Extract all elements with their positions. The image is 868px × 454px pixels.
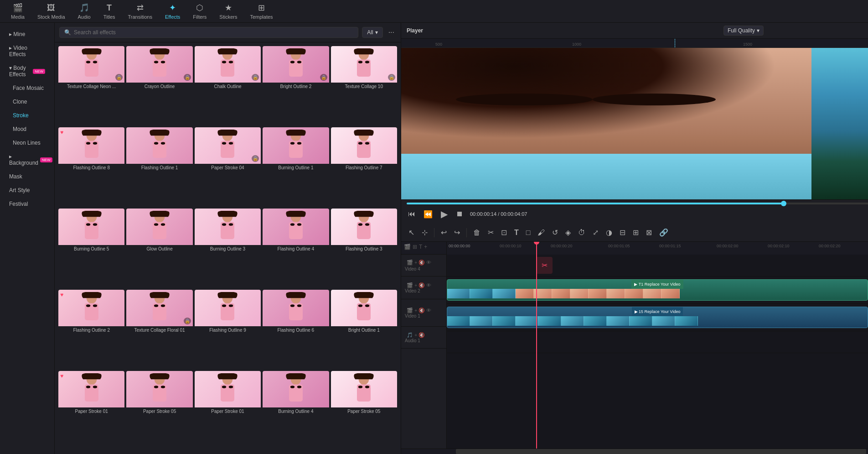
effect-item-9[interactable]: Flashing Outline 7: [331, 127, 397, 207]
text-tool[interactable]: T: [512, 227, 522, 239]
sidebar-item-mine[interactable]: ▸ Mine: [2, 28, 52, 41]
effect-item-7[interactable]: 🔒 Paper Stroke 04: [195, 127, 261, 207]
audio1-label: Audio 1: [405, 338, 420, 343]
video2-clip[interactable]: ▶ T1 Replace Your Video: [447, 279, 868, 301]
add-video-icon[interactable]: 🎬: [404, 244, 411, 250]
effect-name: Crayon Outline: [126, 83, 192, 90]
nav-effects[interactable]: ✦ Effects: [159, 1, 186, 21]
video2-eye-icon[interactable]: 👁: [426, 282, 431, 288]
video1-audio-icon[interactable]: 🔇: [418, 308, 425, 313]
effect-item-22[interactable]: Paper Stroke 01: [195, 371, 261, 450]
video4-audio-icon[interactable]: 🔇: [418, 260, 425, 266]
redo-button[interactable]: ↪: [451, 226, 463, 239]
rotate-tool[interactable]: ↺: [549, 226, 561, 239]
effect-item-13[interactable]: Flashing Outline 4: [263, 209, 329, 288]
search-input[interactable]: [74, 29, 353, 36]
more-options-button[interactable]: ···: [387, 26, 396, 38]
effect-item-3[interactable]: 🔒 Bright Outline 2: [263, 46, 329, 125]
timeline-scroll[interactable]: 00:00:00:00 00:00:00:10 00:00:00:20 00:0…: [447, 242, 868, 449]
speed-tool[interactable]: ⏱: [575, 227, 588, 239]
nav-filters[interactable]: ⬡ Filters: [186, 1, 213, 21]
effect-item-1[interactable]: 🔒 Crayon Outline: [126, 46, 192, 125]
effect-item-17[interactable]: Flashing Outline 9: [195, 290, 261, 369]
sidebar-item-video-effects[interactable]: ▸ Video Effects: [2, 42, 52, 61]
video1-clip[interactable]: ▶ 15 Replace Your Video: [447, 307, 868, 328]
nav-transitions[interactable]: ⇄ Transitions: [122, 1, 159, 21]
merge-tool[interactable]: ⊞: [630, 226, 641, 239]
undo-button[interactable]: ↩: [438, 226, 450, 239]
sidebar-group-body-effects[interactable]: ▾ Body Effects NEW: [2, 62, 52, 81]
effect-item-8[interactable]: Burning Outline 1: [263, 127, 329, 207]
add-overlay-icon[interactable]: ⊞: [413, 244, 417, 250]
sidebar-item-neon-lines[interactable]: Neon Lines: [2, 136, 52, 149]
link-tool[interactable]: 🔗: [656, 226, 671, 239]
effect-item-16[interactable]: 🔒 Texture Collage Floral 01: [126, 290, 192, 369]
video1-eye-icon[interactable]: 👁: [426, 308, 431, 313]
crop-alt-tool[interactable]: ⊠: [643, 226, 655, 239]
delete-button[interactable]: 🗑: [470, 227, 483, 239]
add-track-icon[interactable]: +: [424, 244, 427, 250]
select-tool[interactable]: ↖: [406, 226, 417, 239]
effect-item-2[interactable]: 🔒 Chalk Outline: [195, 46, 261, 125]
sidebar-item-face-mosaic[interactable]: Face Mosaic: [2, 82, 52, 94]
sidebar-item-background[interactable]: ▸ Background NEW: [2, 150, 52, 169]
effect-item-10[interactable]: Burning Outline 5: [58, 209, 124, 288]
effect-item-19[interactable]: Bright Outline 1: [331, 290, 397, 369]
paint-tool[interactable]: 🖌: [535, 227, 548, 239]
nav-titles[interactable]: T Titles: [97, 1, 122, 21]
effect-item-20[interactable]: ♥ Paper Stroke 01: [58, 371, 124, 450]
video2-add-icon[interactable]: +: [414, 282, 417, 288]
effect-item-6[interactable]: Flashing Outline 1: [126, 127, 192, 207]
effect-item-15[interactable]: ♥ Flashing Outline 2: [58, 290, 124, 369]
adjust-tool[interactable]: ◈: [563, 226, 574, 239]
audio1-mute-icon[interactable]: 🔇: [418, 332, 425, 338]
split-tool[interactable]: ⊟: [617, 226, 628, 239]
sidebar-item-clone[interactable]: Clone: [2, 95, 52, 108]
nav-templates[interactable]: ⊞ Templates: [243, 1, 279, 21]
nav-media[interactable]: 🎬 Media: [5, 1, 31, 21]
nav-audio[interactable]: 🎵 Audio: [72, 1, 97, 21]
cut-button[interactable]: ✂: [485, 226, 496, 239]
shape-tool[interactable]: □: [523, 227, 533, 239]
effect-item-12[interactable]: Burning Outline 3: [195, 209, 261, 288]
add-text-icon[interactable]: T: [419, 244, 422, 250]
snap-tool[interactable]: ⊹: [419, 226, 430, 239]
effect-item-11[interactable]: Glow Outline: [126, 209, 192, 288]
mask-tool[interactable]: ◑: [603, 226, 615, 239]
video2-audio-icon[interactable]: 🔇: [418, 282, 425, 288]
sidebar-item-mask[interactable]: Mask: [2, 170, 52, 183]
video4-eye-icon[interactable]: 👁: [426, 260, 431, 265]
nav-stock-media[interactable]: 🖼 Stock Media: [31, 1, 72, 21]
nav-stickers[interactable]: ★ Stickers: [213, 1, 243, 21]
effect-thumb-9: [331, 127, 397, 164]
video1-add-icon[interactable]: +: [414, 308, 417, 313]
sidebar-item-festival[interactable]: Festival: [2, 198, 52, 210]
playhead[interactable]: [536, 242, 537, 449]
effect-item-21[interactable]: Paper Stroke 05: [126, 371, 192, 450]
effect-item-24[interactable]: Paper Stroke 05: [331, 371, 397, 450]
effect-item-23[interactable]: Burning Outline 4: [263, 371, 329, 450]
sidebar-item-stroke[interactable]: Stroke: [2, 109, 52, 122]
stop-button[interactable]: ⏹: [455, 209, 465, 219]
effect-item-18[interactable]: Flashing Outline 6: [263, 290, 329, 369]
step-back-button[interactable]: ⏪: [422, 209, 434, 220]
effect-item-4[interactable]: 🔒 Texture Collage 10: [331, 46, 397, 125]
scrollbar-thumb[interactable]: [456, 449, 866, 454]
horizontal-scrollbar[interactable]: [401, 449, 868, 454]
rewind-button[interactable]: ⏮: [407, 209, 417, 219]
video4-add-icon[interactable]: +: [414, 260, 417, 265]
progress-bar[interactable]: [407, 203, 868, 204]
crop-tool[interactable]: ⊡: [498, 226, 510, 239]
search-box[interactable]: 🔍: [59, 27, 358, 38]
effect-item-14[interactable]: Flashing Outline 3: [331, 209, 397, 288]
effect-item-5[interactable]: ♥ Flashing Outline 8: [58, 127, 124, 207]
sidebar-item-art-style[interactable]: Art Style: [2, 184, 52, 197]
play-button[interactable]: ▶: [439, 207, 449, 221]
effect-item-0[interactable]: 🔒 Texture Collage Neon ...: [58, 46, 124, 125]
resize-tool[interactable]: ⤢: [590, 226, 601, 239]
quality-selector[interactable]: Full Quality ▾: [723, 26, 764, 36]
filter-button[interactable]: All ▾: [362, 27, 382, 38]
progress-handle[interactable]: [781, 201, 786, 206]
sidebar-item-mood[interactable]: Mood: [2, 123, 52, 136]
audio1-add-icon[interactable]: +: [414, 332, 417, 338]
